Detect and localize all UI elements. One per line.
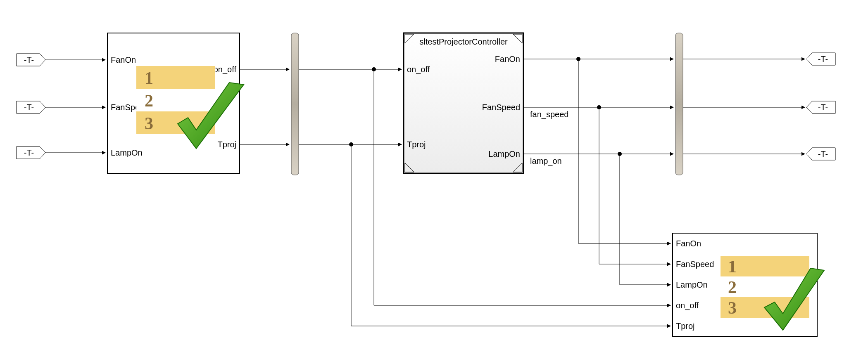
port-label: Tproj [407,140,426,149]
test-sequence-block-2[interactable]: FanOn FanSpeed LampOn on_off Tproj 1 2 3 [673,233,824,336]
port-label: FanSpeed [676,260,714,269]
port-label: on_off [676,301,699,310]
port-label: LampOn [488,149,520,158]
input-tag-2[interactable]: -T- [17,101,45,113]
row-number: 1 [728,257,737,276]
row-number: 2 [145,91,153,110]
tag-text: -T- [24,103,34,112]
tag-text: -T- [818,103,828,112]
input-tag-3[interactable]: -T- [17,146,45,159]
signal-label: fan_speed [530,110,568,119]
output-tag-3[interactable]: -T- [806,148,835,160]
row-number: 3 [728,298,737,317]
output-tag-2[interactable]: -T- [806,101,835,113]
port-label: on_off [214,65,237,74]
port-label: FanOn [676,239,701,248]
wire [578,59,671,243]
signal-bus-bar[interactable] [291,33,299,175]
tag-text: -T- [24,148,34,157]
tag-text: -T- [818,149,828,158]
signal-label: lamp_on [530,156,562,166]
controller-block[interactable]: sltestProjectorController on_off Tproj F… [404,33,523,173]
wire [620,154,671,285]
row-number: 2 [728,278,737,297]
wire [599,107,671,264]
port-label: LampOn [676,280,708,289]
port-label: FanOn [111,55,136,64]
tag-text: -T- [818,54,828,64]
output-tag-1[interactable]: -T- [806,53,835,65]
port-label: FanSpeed [482,103,520,112]
port-label: FanOn [495,54,520,64]
port-label: LampOn [111,148,143,157]
row-number: 1 [145,68,153,87]
port-label: Tproj [676,321,695,331]
port-label: Tproj [217,140,236,149]
row-number: 3 [145,114,153,133]
input-tag-1[interactable]: -T- [17,54,45,66]
test-sequence-block-1[interactable]: FanOn FanSpeed LampOn on_off Tproj 1 2 3 [107,33,244,173]
block-title: sltestProjectorController [419,37,508,46]
tag-text: -T- [24,55,34,64]
signal-bus-bar[interactable] [675,33,683,175]
port-label: on_off [407,65,430,74]
